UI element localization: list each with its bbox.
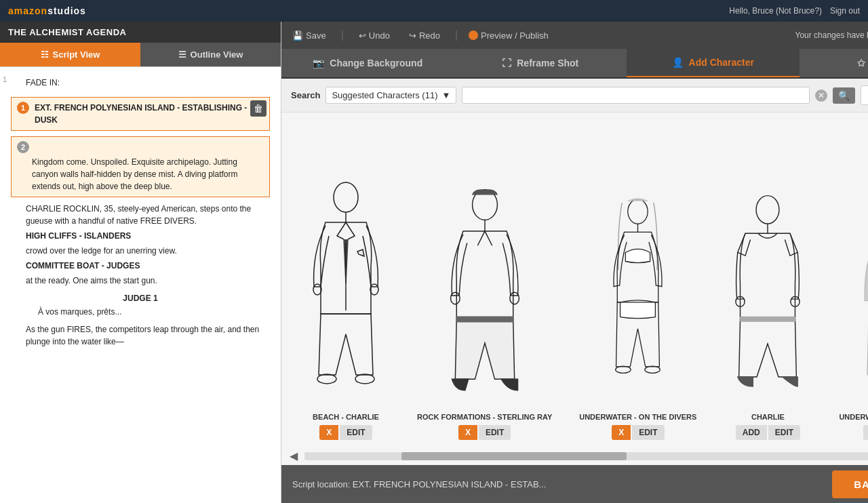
project-title: THE ALCHEMIST AGENDA (0, 22, 281, 43)
view-tabs: ☷ Script View ☰ Outline View (0, 43, 281, 67)
image-icon: 📷 (313, 58, 324, 68)
svg-rect-20 (741, 317, 795, 321)
svg-point-15 (645, 366, 660, 373)
char-search-bar: Search Suggested Characters (11) ▼ ✕ 🔍 A… (281, 79, 868, 113)
svg-point-3 (370, 284, 378, 295)
char-edit-button-2[interactable]: EDIT (479, 425, 511, 440)
action-tabs: 📷 Change Background ⛶ Reframe Shot 👤 Add… (281, 49, 868, 79)
signout-link[interactable]: Sign out (830, 6, 860, 16)
char-remove-button-2[interactable]: X (458, 425, 477, 440)
char-figure-2 (448, 158, 522, 409)
star-icon: ✩ (857, 58, 865, 68)
delete-scene-button[interactable]: 🗑 (250, 100, 267, 117)
scene-block-1: 1 EXT. FRENCH POLYNESIAN ISLAND - ESTABL… (11, 97, 270, 131)
search-icon: 🔍 (838, 90, 850, 101)
scene-header-1: EXT. FRENCH POLYNESIAN ISLAND - ESTABLIS… (35, 102, 264, 126)
right-panel: 💾 Save | ↩ Undo ↪ Redo | Preview / Publi… (281, 22, 868, 503)
char-figure-1 (309, 158, 383, 409)
action-text-1: CHARLIE ROCKLIN, 35, steely-eyed America… (26, 203, 270, 227)
char-name-5: UNDERWATER - A SCALLOPED (839, 413, 868, 421)
char-edit-button-3[interactable]: EDIT (632, 425, 664, 440)
character-item-1: BEACH - CHARLIE X EDIT (302, 158, 390, 440)
tab-script-view[interactable]: ☷ Script View (0, 43, 140, 66)
save-button[interactable]: 💾 Save (288, 28, 330, 43)
tab-add-prop[interactable]: ✩ Add Prop (800, 49, 868, 77)
outline-icon: ☰ (178, 49, 186, 60)
left-panel: THE ALCHEMIST AGENDA ☷ Script View ☰ Out… (0, 22, 281, 503)
preview-dot (469, 31, 478, 40)
add-new-character-button[interactable]: Add New Character (861, 85, 868, 105)
char-add-button-4[interactable]: ADD (736, 425, 767, 440)
amazon-logo: amazonstudios (8, 5, 86, 16)
scrollbar-track (304, 452, 868, 460)
char-add-button-5[interactable]: ADD (863, 425, 868, 440)
action-text-3: at the ready. One aims the start gun. (26, 275, 270, 287)
back-to-shot-button[interactable]: BACK TO SHOT (832, 470, 868, 498)
person-icon: 👤 (672, 57, 684, 68)
toolbar-right: Your changes have been saved | ? Help (795, 29, 868, 41)
search-clear-button[interactable]: ✕ (815, 89, 827, 102)
dropdown-value: Suggested Characters (11) (332, 90, 437, 100)
svg-point-12 (628, 199, 648, 224)
search-go-button[interactable]: 🔍 (833, 87, 855, 104)
script-location: Script location: EXT. FRENCH POLYNESIAN … (292, 479, 546, 489)
character-item-4: CHARLIE ADD EDIT (724, 158, 812, 440)
svg-point-0 (334, 182, 358, 212)
tab-outline-view[interactable]: ☰ Outline View (140, 43, 281, 66)
tab-add-character[interactable]: 👤 Add Character (627, 49, 800, 77)
char-svg-3 (606, 178, 670, 409)
character-name-1: JUDGE 1 (11, 292, 270, 304)
chars-scroll-wrapper: ◀ ▶ (281, 447, 868, 465)
greeting-text: Hello, Bruce (Not Bruce?) (729, 6, 822, 16)
char-name-2: ROCK FORMATIONS - STERLING RAY (417, 413, 552, 421)
search-dropdown[interactable]: Suggested Characters (11) ▼ (326, 87, 456, 104)
character-item-3: UNDERWATER - ON THE DIVERS X EDIT (579, 158, 696, 440)
svg-rect-11 (456, 317, 513, 322)
svg-point-5 (355, 374, 374, 384)
redo-icon: ↪ (409, 31, 416, 41)
tab-reframe-shot[interactable]: ⛶ Reframe Shot (454, 49, 627, 77)
char-name-3: UNDERWATER - ON THE DIVERS (579, 413, 696, 421)
scrollbar-thumb[interactable] (401, 452, 627, 460)
char-buttons-3: X EDIT (612, 425, 664, 440)
char-buttons-1: X EDIT (319, 425, 372, 440)
heading-2: COMMITTEE BOAT - JUDGES (26, 260, 270, 272)
svg-point-10 (509, 292, 519, 304)
scene-text-2: Kingdom come. Unspoiled. Exquisite archi… (32, 156, 264, 193)
chevron-down-icon: ▼ (441, 90, 450, 100)
char-figure-4 (730, 158, 805, 409)
char-figure-5 (858, 158, 868, 409)
redo-button[interactable]: ↪ Redo (405, 28, 444, 43)
svg-point-16 (756, 196, 779, 224)
char-buttons-4: ADD EDIT (736, 425, 800, 440)
char-buttons-5: ADD EDIT (863, 425, 868, 440)
char-remove-button-1[interactable]: X (319, 425, 338, 440)
svg-point-4 (317, 374, 336, 384)
char-edit-button-1[interactable]: EDIT (340, 425, 372, 440)
right-toolbar: 💾 Save | ↩ Undo ↪ Redo | Preview / Publi… (281, 22, 868, 49)
svg-point-2 (313, 284, 321, 295)
script-tab-label: Script View (53, 49, 100, 60)
char-svg-2 (448, 185, 522, 409)
fade-in-text: FADE IN: (26, 74, 270, 92)
char-name-4: CHARLIE (751, 413, 785, 421)
scroll-left-button[interactable]: ◀ (287, 449, 300, 462)
saved-message: Your changes have been saved (795, 31, 868, 40)
undo-button[interactable]: ↩ Undo (355, 28, 394, 43)
char-svg-4 (730, 192, 805, 409)
char-remove-button-3[interactable]: X (612, 425, 631, 440)
char-svg-5 (858, 199, 868, 409)
character-item-5: UNDERWATER - A SCALLOPED ADD EDIT (839, 158, 868, 440)
top-bar: amazonstudios Hello, Bruce (Not Bruce?) … (0, 0, 868, 22)
char-svg-1 (309, 178, 383, 409)
char-figure-3 (606, 158, 670, 409)
search-input[interactable] (462, 87, 810, 104)
bottom-bar: Script location: EXT. FRENCH POLYNESIAN … (281, 465, 868, 503)
undo-icon: ↩ (359, 31, 366, 41)
tab-change-background[interactable]: 📷 Change Background (281, 49, 454, 77)
character-item-2: ROCK FORMATIONS - STERLING RAY X EDIT (417, 158, 552, 440)
char-edit-button-4[interactable]: EDIT (768, 425, 800, 440)
scene-number-2: 2 (17, 141, 29, 153)
heading-1: HIGH CLIFFS - ISLANDERS (26, 230, 270, 242)
preview-publish: Preview / Publish (469, 31, 549, 41)
